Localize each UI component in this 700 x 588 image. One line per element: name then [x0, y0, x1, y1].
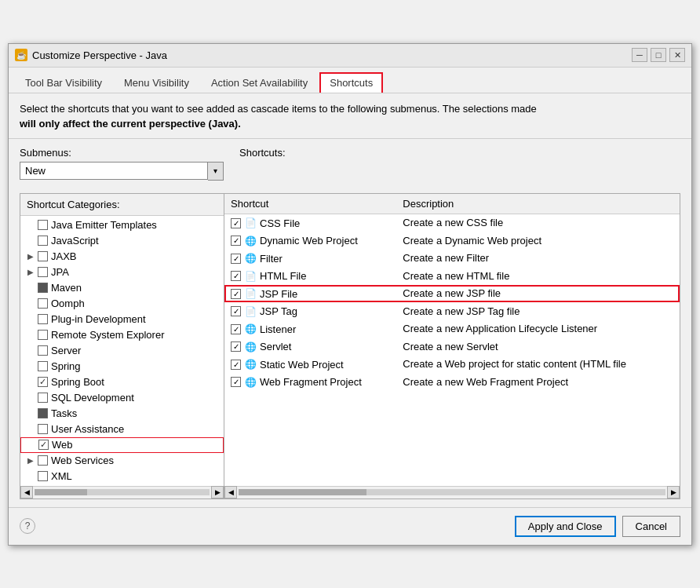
close-button[interactable]: ✕: [669, 48, 685, 62]
tree-item-plugin-dev[interactable]: Plug-in Development: [20, 312, 224, 327]
label-remote: Remote System Explorer: [51, 329, 165, 341]
right-h-scrollbar[interactable]: ◀ ▶: [224, 486, 680, 499]
col-shortcut: Shortcut: [224, 194, 396, 214]
left-scroll-right[interactable]: ▶: [211, 486, 224, 499]
sc-checkbox-fragment[interactable]: ✓: [231, 377, 241, 387]
checkbox-maven[interactable]: [38, 283, 48, 293]
sc-checkbox-jsptag[interactable]: ✓: [231, 306, 241, 316]
right-panel: Shortcut Description ✓ 📄 CSS Fi: [224, 194, 680, 499]
tree-item-tasks[interactable]: Tasks: [20, 406, 224, 422]
maximize-button[interactable]: □: [651, 48, 666, 62]
right-scroll-left[interactable]: ◀: [224, 486, 237, 499]
minimize-button[interactable]: ─: [632, 48, 647, 62]
table-row[interactable]: ✓ 🌐 Filter Create a new Filter: [224, 250, 680, 268]
right-scroll-track[interactable]: [239, 489, 665, 495]
table-row[interactable]: ✓ 🌐 Static Web Project Create a Web proj…: [224, 356, 680, 374]
checkbox-web-services[interactable]: [38, 455, 48, 466]
shortcuts-table[interactable]: Shortcut Description ✓ 📄 CSS Fi: [224, 194, 680, 486]
label-xml: XML: [51, 470, 72, 482]
expand-jpa[interactable]: ▶: [25, 267, 36, 278]
tree-item-maven[interactable]: Maven: [20, 280, 224, 296]
tree-item-java-emitter[interactable]: Java Emitter Templates: [20, 217, 224, 233]
left-scroll-left[interactable]: ◀: [20, 486, 33, 499]
checkbox-jaxb[interactable]: [38, 251, 48, 261]
table-row[interactable]: ✓ 🌐 Web Fragment Project Create a new We…: [224, 373, 680, 391]
expand-web-services[interactable]: ▶: [25, 455, 36, 466]
tab-toolbar[interactable]: Tool Bar Visibility: [15, 72, 112, 93]
tree-item-oomph[interactable]: Oomph: [20, 296, 224, 312]
cancel-button[interactable]: Cancel: [622, 516, 680, 537]
tree-item-javascript[interactable]: JavaScript: [20, 233, 224, 249]
tree-item-web[interactable]: ✓ Web: [20, 437, 224, 453]
description-line1: Select the shortcuts that you want to se…: [20, 103, 537, 115]
table-row[interactable]: ✓ 🌐 Listener Create a new Application Li…: [224, 320, 680, 338]
shortcut-cell: ✓ 🌐 Filter: [224, 250, 396, 268]
tree-item-user-assist[interactable]: User Assistance: [20, 422, 224, 437]
description-cell-static: Create a Web project for static content …: [396, 356, 680, 374]
apply-close-button[interactable]: Apply and Close: [515, 516, 616, 537]
right-scroll-thumb[interactable]: [239, 489, 366, 495]
expand-sql-dev: [25, 393, 36, 404]
sc-checkbox-listener[interactable]: ✓: [231, 324, 241, 334]
submenu-select[interactable]: New: [20, 162, 208, 180]
tree-item-spring-boot[interactable]: ✓ Spring Boot: [20, 374, 224, 390]
checkbox-xml[interactable]: [38, 471, 48, 481]
tree-item-sql-dev[interactable]: SQL Development: [20, 390, 224, 406]
table-row[interactable]: ✓ 🌐 Dynamic Web Project Create a Dynamic…: [224, 232, 680, 250]
sc-label-css: CSS File: [260, 217, 300, 229]
sc-checkbox-filter[interactable]: ✓: [231, 254, 241, 264]
tab-action[interactable]: Action Set Availability: [201, 72, 318, 93]
table-row[interactable]: ✓ 🌐 Servlet Create a new Servlet: [224, 338, 680, 356]
tab-menu[interactable]: Menu Visibility: [114, 72, 199, 93]
checkbox-plugin-dev[interactable]: [38, 314, 48, 324]
fragment-icon: 🌐: [244, 376, 257, 389]
tree-area[interactable]: Java Emitter Templates JavaScript ▶ JAXB…: [20, 216, 224, 486]
tree-item-server[interactable]: Server: [20, 343, 224, 359]
checkbox-javascript[interactable]: [38, 236, 48, 246]
checkbox-remote[interactable]: [38, 330, 48, 340]
description-cell-css: Create a new CSS file: [396, 214, 680, 232]
left-scroll-track[interactable]: [35, 489, 210, 495]
checkbox-spring-boot[interactable]: ✓: [38, 377, 48, 387]
sc-checkbox-css[interactable]: ✓: [231, 218, 241, 228]
shortcut-cell: ✓ 🌐 Servlet: [224, 338, 396, 356]
checkbox-java-emitter[interactable]: [38, 220, 48, 230]
sc-checkbox-static[interactable]: ✓: [231, 360, 241, 370]
label-web: Web: [52, 439, 73, 451]
checkbox-user-assist[interactable]: [38, 424, 48, 434]
tree-item-spring[interactable]: Spring: [20, 359, 224, 374]
window-controls: ─ □ ✕: [632, 48, 685, 62]
help-button[interactable]: ?: [20, 518, 35, 534]
checkbox-oomph[interactable]: [38, 298, 48, 309]
table-row[interactable]: ✓ 📄 CSS File Create a new CSS file: [224, 214, 680, 232]
sc-checkbox-html[interactable]: ✓: [231, 271, 241, 281]
checkbox-tasks[interactable]: [38, 408, 48, 418]
tree-item-jaxb[interactable]: ▶ JAXB: [20, 249, 224, 265]
table-row[interactable]: ✓ 📄 JSP File Create a new JSP file: [224, 285, 680, 303]
sc-checkbox-dynamic[interactable]: ✓: [231, 236, 241, 246]
tree-item-remote[interactable]: Remote System Explorer: [20, 327, 224, 343]
left-scroll-thumb[interactable]: [35, 489, 87, 495]
right-scroll-right[interactable]: ▶: [667, 486, 680, 499]
checkbox-sql-dev[interactable]: [38, 393, 48, 403]
tree-item-xml[interactable]: XML: [20, 469, 224, 484]
table-row[interactable]: ✓ 📄 HTML File Create a new HTML file: [224, 267, 680, 285]
checkbox-server[interactable]: [38, 345, 48, 356]
tree-item-jpa[interactable]: ▶ JPA: [20, 265, 224, 280]
table-row[interactable]: ✓ 📄 JSP Tag Create a new JSP Tag file: [224, 302, 680, 320]
checkbox-spring[interactable]: [38, 361, 48, 371]
panels: Shortcut Categories: Java Emitter Templa…: [20, 193, 680, 499]
sc-checkbox-servlet[interactable]: ✓: [231, 341, 241, 352]
checkbox-web[interactable]: ✓: [38, 440, 49, 450]
expand-user-assist: [25, 424, 36, 435]
expand-jaxb[interactable]: ▶: [25, 251, 36, 262]
shortcuts-label: Shortcuts:: [239, 147, 286, 159]
left-h-scrollbar[interactable]: ◀ ▶: [20, 486, 224, 499]
description-cell-html: Create a new HTML file: [396, 267, 680, 285]
checkbox-jpa[interactable]: [38, 267, 48, 277]
tree-item-web-services[interactable]: ▶ Web Services: [20, 453, 224, 469]
tab-shortcuts[interactable]: Shortcuts: [319, 72, 383, 93]
sc-label-static: Static Web Project: [260, 359, 344, 371]
sc-checkbox-jsp[interactable]: ✓: [231, 289, 241, 299]
dropdown-arrow[interactable]: ▾: [208, 162, 224, 181]
